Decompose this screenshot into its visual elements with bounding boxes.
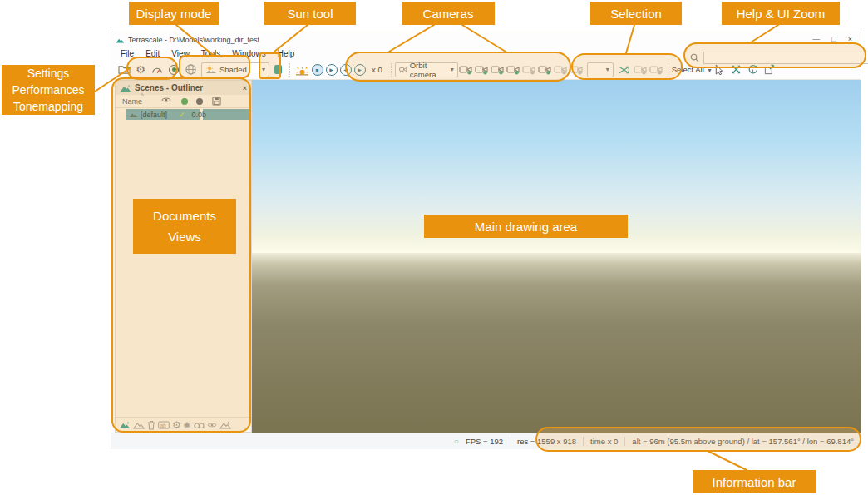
row-selection-highlight-cell	[203, 109, 250, 120]
step-back-icon: ◀	[343, 67, 348, 72]
menu-tools[interactable]: Tools	[196, 49, 225, 58]
callout-documents-line2: Views	[168, 226, 201, 247]
save-column-icon[interactable]	[212, 97, 221, 106]
callout-cameras: Cameras	[402, 2, 495, 25]
time-value: time x 0	[590, 437, 618, 446]
information-bar: ○ FPS = 192 res = 1559 x 918 time x 0 al…	[111, 433, 861, 449]
close-button[interactable]: ×	[848, 35, 852, 43]
camera-button-8[interactable]	[570, 65, 583, 75]
callout-display-mode: Display mode	[129, 2, 219, 25]
main-drawing-area[interactable]	[252, 80, 861, 433]
minimize-button[interactable]: —	[812, 35, 820, 43]
step-back-button[interactable]: ◀	[340, 64, 352, 76]
camera-icon	[570, 65, 583, 75]
search-icon	[690, 53, 699, 62]
status-separator	[510, 437, 510, 446]
status-separator	[583, 437, 584, 446]
callout-main-drawing-area: Main drawing area	[424, 215, 628, 238]
trash-icon	[147, 420, 155, 430]
scene-location-button[interactable]	[219, 421, 231, 429]
status-indicator-icon: ○	[454, 437, 459, 446]
camera-tripod-icon	[399, 66, 407, 74]
tonemapping-button[interactable]	[165, 62, 182, 78]
callout-information-bar: Information bar	[693, 470, 816, 493]
add-scene-button[interactable]	[119, 421, 131, 429]
delete-scene-button[interactable]	[147, 420, 155, 430]
camera-icon	[634, 65, 647, 75]
stop-button[interactable]: ■	[312, 64, 323, 76]
focus-scene-button[interactable]: ◉	[184, 420, 191, 429]
camera-button-2[interactable]	[475, 65, 488, 75]
world-button[interactable]	[182, 62, 199, 78]
camera-mode-dropdown[interactable]: Orbit camera ▾	[395, 62, 458, 77]
settings-button[interactable]: ⚙	[132, 62, 149, 78]
menu-file[interactable]: File	[116, 49, 139, 58]
camera-icon	[491, 65, 504, 75]
callout-documents-line1: Documents	[153, 205, 216, 226]
open-folder-button[interactable]	[116, 62, 132, 78]
status-separator	[624, 437, 625, 446]
step-forward-icon: ▶	[358, 67, 362, 72]
swap-cameras-button[interactable]	[616, 62, 633, 78]
scenes-outliner-panel: Scenes - Outliner × ^ Name [default] ✓ 0…	[115, 80, 252, 433]
visibility-column-icon[interactable]	[161, 97, 171, 103]
camera-button-1[interactable]	[459, 65, 472, 75]
name-column-header[interactable]: Name	[122, 97, 142, 106]
outliner-close-icon[interactable]: ×	[243, 84, 247, 92]
selection-mode-value: Select All	[672, 65, 704, 74]
scene-name: [default]	[141, 111, 167, 119]
camera-button-5[interactable]	[522, 65, 535, 75]
camera-icon	[459, 65, 472, 75]
chevron-down-icon: ▾	[451, 66, 454, 73]
rename-scene-button[interactable]: ab	[158, 421, 170, 429]
scene-settings-button[interactable]: ⚙	[172, 419, 181, 431]
display-mode-dropdown[interactable]: Shaded ▾	[201, 62, 269, 77]
performances-button[interactable]	[149, 62, 165, 78]
scene-icon	[129, 111, 138, 118]
search-input[interactable]	[703, 52, 868, 64]
callout-settings-performances-tonemapping: Settings Performances Tonemapping	[2, 65, 95, 115]
step-forward-button[interactable]: ▶	[354, 64, 366, 76]
menu-windows[interactable]: Windows	[227, 49, 271, 58]
sort-indicator: ^	[141, 92, 144, 99]
moon-column-icon[interactable]	[196, 98, 203, 105]
scene-pin-icon	[219, 421, 231, 429]
menu-edit[interactable]: Edit	[141, 49, 165, 58]
toggle-visibility-button[interactable]	[207, 422, 217, 428]
check-icon: ✓	[179, 111, 185, 119]
sun-column-icon[interactable]	[181, 98, 188, 105]
toolbar-separator	[668, 63, 668, 77]
toolbar-separator	[289, 63, 290, 77]
duplicate-scene-icon	[133, 421, 145, 429]
rename-icon: ab	[158, 421, 170, 429]
svg-text:ab: ab	[160, 422, 167, 428]
maximize-button[interactable]: □	[831, 35, 836, 43]
camera-button-6[interactable]	[538, 65, 551, 75]
camera-button-3[interactable]	[491, 65, 504, 75]
environment-icon	[274, 65, 282, 74]
selection-mode-dropdown[interactable]: Select All ▾	[672, 65, 712, 74]
duplicate-scene-button[interactable]	[133, 421, 145, 429]
gear-icon: ⚙	[172, 419, 181, 431]
toolbar-separator	[391, 63, 392, 77]
add-scene-icon	[119, 421, 131, 429]
environment-button[interactable]	[269, 62, 286, 78]
camera-select-combo[interactable]: ▾	[587, 62, 614, 77]
scene-row-default[interactable]: [default] ✓ 0.0b	[116, 108, 251, 121]
camera-button-9[interactable]	[634, 65, 647, 75]
position-value: alt = 96m (95.5m above ground) / lat = 1…	[632, 437, 854, 446]
camera-button-10[interactable]	[649, 65, 663, 75]
camera-button-4[interactable]	[506, 65, 520, 75]
sun-icon	[295, 64, 309, 76]
play-button[interactable]: ▶	[326, 64, 338, 76]
outliner-toolbar: ab ⚙ ◉	[116, 417, 251, 432]
callout-sun-tool: Sun tool	[264, 2, 356, 25]
app-logo-icon	[116, 37, 125, 44]
sun-tool-button[interactable]	[293, 62, 310, 78]
camera-button-7[interactable]	[554, 65, 567, 75]
menu-help[interactable]: Help	[273, 49, 300, 58]
play-icon: ▶	[329, 67, 333, 72]
menu-view[interactable]: View	[166, 49, 195, 58]
page-canvas: Terrascale - D:\Models\working_dir_test …	[0, 0, 868, 495]
find-scene-button[interactable]	[194, 421, 205, 429]
